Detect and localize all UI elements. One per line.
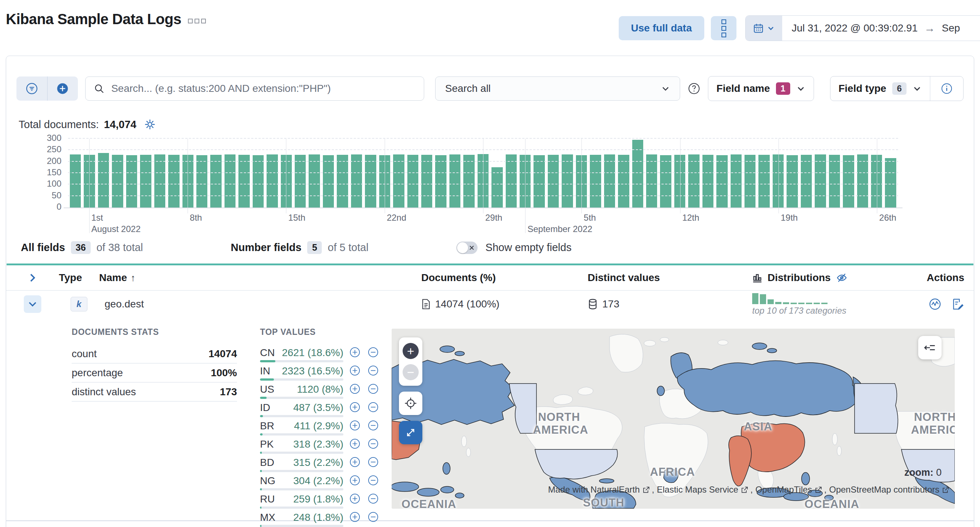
collapse-row-button[interactable]: [24, 295, 41, 313]
date-range-picker[interactable]: Jul 31, 2022 @ 00:39:02.91 → Sep: [745, 15, 980, 41]
histogram-bar[interactable]: [829, 155, 840, 208]
filter-out-value-button[interactable]: [368, 493, 379, 504]
filter-for-value-button[interactable]: [349, 475, 361, 486]
show-empty-fields-toggle[interactable]: [457, 241, 477, 254]
filter-out-value-button[interactable]: [368, 401, 379, 413]
histogram-bar[interactable]: [393, 155, 404, 208]
explore-in-lens-icon[interactable]: [928, 297, 942, 311]
gear-icon[interactable]: [144, 118, 156, 131]
histogram-bar[interactable]: [449, 155, 460, 208]
histogram-bar[interactable]: [407, 155, 418, 208]
field-type-filter-button[interactable]: Field type 6: [830, 77, 930, 101]
filter-out-value-button[interactable]: [368, 347, 379, 358]
date-range-end[interactable]: Sep: [942, 22, 960, 34]
histogram-bar[interactable]: [857, 155, 868, 208]
attribution-link[interactable]: Made with NaturalEarth ,: [548, 485, 654, 495]
search-all-select[interactable]: Search all: [435, 77, 680, 101]
histogram-bar[interactable]: [295, 155, 306, 208]
histogram-bar[interactable]: [154, 155, 165, 208]
histogram-bar[interactable]: [337, 155, 348, 208]
filter-for-value-button[interactable]: [349, 457, 361, 468]
histogram-bar[interactable]: [463, 155, 474, 208]
histogram-bar[interactable]: [745, 155, 756, 208]
chevron-right-icon[interactable]: [27, 272, 38, 283]
histogram-bar[interactable]: [618, 155, 629, 208]
histogram-bar[interactable]: [309, 155, 320, 208]
mini-distribution-chart[interactable]: top 10 of 173 categories: [752, 292, 846, 316]
filter-out-value-button[interactable]: [368, 438, 379, 449]
histogram-bar[interactable]: [548, 155, 559, 208]
filter-for-value-button[interactable]: [349, 347, 361, 358]
choropleth-map[interactable]: NORTHAMERICAASIAASIAAFRICASOUTHOCEANIAOC…: [391, 329, 955, 509]
histogram-bar[interactable]: [843, 155, 854, 208]
histogram-bar[interactable]: [506, 155, 517, 208]
histogram-bar[interactable]: [801, 155, 812, 208]
filter-for-value-button[interactable]: [349, 438, 361, 449]
search-input[interactable]: [110, 82, 416, 95]
filter-for-value-button[interactable]: [349, 493, 361, 504]
column-header-type[interactable]: Type: [59, 272, 99, 284]
boxes-horizontal-icon[interactable]: [188, 19, 206, 24]
filter-for-value-button[interactable]: [349, 401, 361, 413]
histogram-bar[interactable]: [112, 155, 123, 208]
add-filter-button[interactable]: [48, 77, 78, 101]
calendar-dropdown-button[interactable]: [746, 16, 782, 41]
map-zoom-out-button[interactable]: −: [402, 364, 419, 380]
help-icon[interactable]: [687, 82, 701, 95]
column-header-documents[interactable]: Documents (%): [416, 272, 582, 284]
filter-out-value-button[interactable]: [368, 511, 379, 522]
histogram-bar[interactable]: [421, 155, 432, 208]
histogram-bar[interactable]: [562, 155, 573, 208]
histogram-bar[interactable]: [140, 155, 151, 208]
histogram-bar[interactable]: [885, 158, 896, 208]
histogram-bar[interactable]: [688, 155, 699, 208]
histogram-bar[interactable]: [323, 155, 334, 208]
column-header-name[interactable]: Name↑: [99, 272, 416, 284]
map-fit-to-data-button[interactable]: [399, 391, 422, 415]
eye-slash-icon[interactable]: [836, 272, 848, 284]
table-row[interactable]: k geo.dest 14074 (100%) 173 top 10 of 17…: [6, 291, 974, 318]
field-name-filter-button[interactable]: Field name 1: [708, 76, 814, 101]
attribution-link[interactable]: OpenStreetMap contributors: [829, 485, 949, 495]
histogram-bar[interactable]: [604, 155, 615, 208]
edit-document-icon[interactable]: [951, 297, 964, 311]
filter-out-value-button[interactable]: [368, 420, 379, 431]
histogram-bar[interactable]: [224, 155, 235, 208]
histogram-bar[interactable]: [533, 155, 544, 208]
filter-for-value-button[interactable]: [349, 365, 361, 376]
filter-for-value-button[interactable]: [349, 420, 361, 431]
histogram-bar[interactable]: [210, 155, 221, 208]
filter-out-value-button[interactable]: [368, 365, 379, 376]
column-header-distinct[interactable]: Distinct values: [582, 272, 747, 284]
histogram-bar[interactable]: [590, 155, 601, 208]
histogram-bar[interactable]: [730, 155, 741, 208]
attribution-link[interactable]: OpenMapTiles ,: [756, 485, 827, 495]
histogram-bar[interactable]: [759, 155, 769, 208]
filter-circle-button[interactable]: [16, 77, 48, 101]
histogram-bar[interactable]: [253, 155, 264, 208]
date-range-start[interactable]: Jul 31, 2022 @ 00:39:02.91: [792, 22, 918, 34]
histogram-bar[interactable]: [126, 155, 137, 208]
histogram-bar[interactable]: [871, 155, 882, 208]
histogram-bar[interactable]: [702, 155, 713, 208]
filter-out-value-button[interactable]: [368, 383, 379, 394]
histogram-bar[interactable]: [168, 155, 179, 208]
histogram-bar[interactable]: [435, 155, 446, 208]
histogram-bar[interactable]: [267, 155, 278, 208]
histogram-bar[interactable]: [646, 155, 657, 208]
column-header-distributions[interactable]: Distributions: [747, 272, 913, 284]
map-zoom-in-button[interactable]: +: [402, 343, 419, 359]
filter-for-value-button[interactable]: [349, 511, 361, 522]
kebab-menu-button[interactable]: [711, 16, 737, 40]
map-expand-button[interactable]: [399, 421, 422, 444]
filter-for-value-button[interactable]: [349, 383, 361, 394]
histogram-bar[interactable]: [716, 155, 727, 208]
histogram-bar[interactable]: [196, 155, 207, 208]
filter-out-value-button[interactable]: [368, 475, 379, 486]
histogram-bar[interactable]: [239, 155, 250, 208]
search-bar[interactable]: [85, 77, 424, 101]
map-collapse-legend-button[interactable]: [918, 336, 942, 359]
histogram-bar[interactable]: [365, 155, 376, 208]
histogram-bar[interactable]: [787, 155, 797, 208]
histogram-bar[interactable]: [660, 155, 671, 208]
